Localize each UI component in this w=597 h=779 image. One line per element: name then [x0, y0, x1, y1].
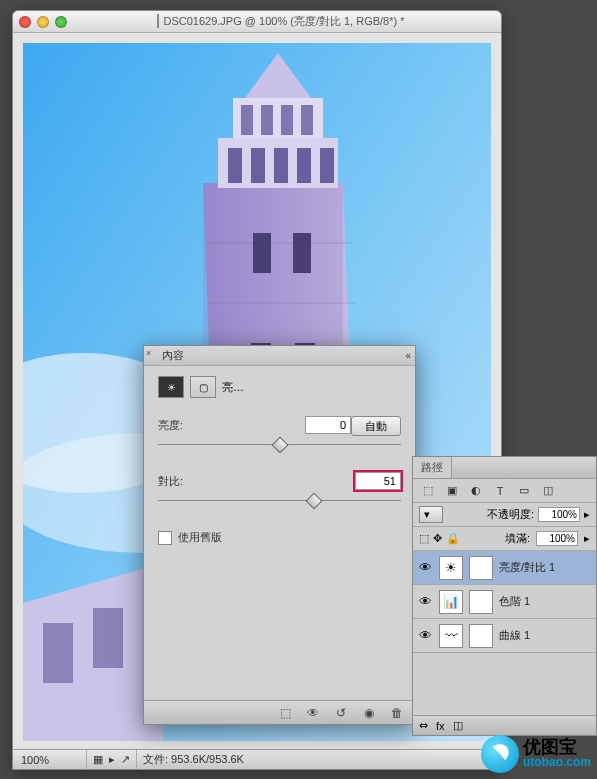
- contrast-input[interactable]: [355, 472, 401, 490]
- slider-thumb[interactable]: [271, 437, 288, 454]
- mask-thumb[interactable]: [469, 556, 493, 580]
- svg-rect-20: [274, 148, 288, 183]
- adjustment-thumb[interactable]: ☀: [439, 556, 463, 580]
- adjustment-thumb[interactable]: 〰: [439, 624, 463, 648]
- mask-thumb[interactable]: [469, 590, 493, 614]
- use-legacy-checkbox[interactable]: [158, 531, 172, 545]
- svg-rect-19: [251, 148, 265, 183]
- clip-icon[interactable]: ⬚: [277, 705, 293, 721]
- lock-all-icon[interactable]: 🔒: [446, 532, 460, 545]
- status-icon[interactable]: ▸: [109, 753, 115, 766]
- watermark: 优图宝 utobao.com: [481, 735, 591, 773]
- brightness-slider[interactable]: [158, 438, 401, 454]
- contrast-slider[interactable]: [158, 494, 401, 510]
- lock-transparent-icon[interactable]: ⬚: [419, 532, 429, 545]
- svg-rect-30: [43, 623, 73, 683]
- view-previous-icon[interactable]: ◉: [361, 705, 377, 721]
- status-icon[interactable]: ↗: [121, 753, 130, 766]
- layer-name[interactable]: 曲線 1: [499, 628, 530, 643]
- layer-fx-icon[interactable]: fx: [436, 720, 445, 732]
- layer-name[interactable]: 亮度/對比 1: [499, 560, 555, 575]
- zoom-window-button[interactable]: [55, 16, 67, 28]
- blend-mode-dropdown[interactable]: ▾: [419, 506, 443, 523]
- panel-tab[interactable]: × 內容 «: [144, 346, 415, 366]
- status-icon[interactable]: ▦: [93, 753, 103, 766]
- close-icon[interactable]: ×: [146, 348, 151, 358]
- opacity-input[interactable]: 100%: [538, 507, 580, 522]
- titlebar[interactable]: DSC01629.JPG @ 100% (亮度/對比 1, RGB/8*) *: [13, 11, 501, 33]
- opacity-label: 不透明度:: [487, 507, 534, 522]
- svg-rect-26: [281, 105, 293, 135]
- svg-rect-25: [261, 105, 273, 135]
- trash-icon[interactable]: 🗑: [389, 705, 405, 721]
- add-mask-icon[interactable]: ◫: [453, 719, 463, 732]
- adjustment-thumb[interactable]: 📊: [439, 590, 463, 614]
- auto-button[interactable]: 自動: [351, 416, 401, 436]
- fill-label: 填滿:: [505, 531, 530, 546]
- type-filter-icon[interactable]: T: [491, 483, 509, 499]
- visibility-toggle[interactable]: 👁: [417, 628, 433, 643]
- preset-label[interactable]: 亮…: [222, 380, 244, 395]
- proxy-icon[interactable]: [157, 14, 159, 28]
- visibility-toggle[interactable]: 👁: [417, 560, 433, 575]
- lock-move-icon[interactable]: ✥: [433, 532, 442, 545]
- properties-panel: × 內容 « ☀ ▢ 亮… 自動 亮度: 對比: 使用舊版: [143, 345, 416, 725]
- close-window-button[interactable]: [19, 16, 31, 28]
- svg-rect-12: [293, 233, 311, 273]
- svg-rect-11: [253, 233, 271, 273]
- use-legacy-label: 使用舊版: [178, 530, 222, 545]
- fill-stepper[interactable]: ▸: [584, 532, 590, 545]
- layer-row[interactable]: 👁 〰 曲線 1: [413, 619, 596, 653]
- mask-icon[interactable]: ▢: [190, 376, 216, 398]
- svg-rect-31: [93, 608, 123, 668]
- filter-icon[interactable]: ⬚: [419, 483, 437, 499]
- layer-name[interactable]: 色階 1: [499, 594, 530, 609]
- svg-rect-27: [301, 105, 313, 135]
- layers-panel: 路徑 ⬚ ▣ ◐ T ▭ ◫ ▾ 不透明度: 100% ▸ ⬚ ✥ 🔒 填滿: …: [412, 456, 597, 736]
- status-bar: 100% ▦ ▸ ↗ 文件: 953.6K/953.6K ▸: [13, 749, 501, 769]
- link-layers-icon[interactable]: ⇔: [419, 719, 428, 732]
- panel-footer: ⬚ 👁 ↺ ◉ 🗑: [144, 700, 415, 724]
- watermark-logo: [481, 735, 519, 773]
- svg-rect-24: [241, 105, 253, 135]
- visibility-icon[interactable]: 👁: [305, 705, 321, 721]
- panel-title: 內容: [162, 348, 184, 363]
- watermark-cn: 优图宝: [523, 739, 591, 755]
- opacity-stepper[interactable]: ▸: [584, 508, 590, 521]
- window-title: DSC01629.JPG @ 100% (亮度/對比 1, RGB/8*) *: [163, 15, 404, 27]
- watermark-en: utobao.com: [523, 755, 591, 769]
- minimize-window-button[interactable]: [37, 16, 49, 28]
- image-filter-icon[interactable]: ▣: [443, 483, 461, 499]
- contrast-label: 對比:: [158, 474, 183, 489]
- fill-input[interactable]: 100%: [536, 531, 578, 546]
- collapse-icon[interactable]: «: [405, 350, 411, 361]
- mask-thumb[interactable]: [469, 624, 493, 648]
- layer-row[interactable]: 👁 ☀ 亮度/對比 1: [413, 551, 596, 585]
- reset-icon[interactable]: ↺: [333, 705, 349, 721]
- slider-thumb[interactable]: [305, 493, 322, 510]
- layer-row[interactable]: 👁 📊 色階 1: [413, 585, 596, 619]
- smart-filter-icon[interactable]: ◫: [539, 483, 557, 499]
- shape-filter-icon[interactable]: ▭: [515, 483, 533, 499]
- zoom-level[interactable]: 100%: [13, 750, 87, 769]
- visibility-toggle[interactable]: 👁: [417, 594, 433, 609]
- svg-rect-22: [320, 148, 334, 183]
- brightness-label: 亮度:: [158, 418, 183, 433]
- paths-tab[interactable]: 路徑: [413, 457, 452, 478]
- brightness-input[interactable]: [305, 416, 351, 434]
- svg-rect-18: [228, 148, 242, 183]
- adjustment-icon[interactable]: ☀: [158, 376, 184, 398]
- svg-rect-21: [297, 148, 311, 183]
- file-size: 文件: 953.6K/953.6K: [137, 752, 244, 767]
- adjust-filter-icon[interactable]: ◐: [467, 483, 485, 499]
